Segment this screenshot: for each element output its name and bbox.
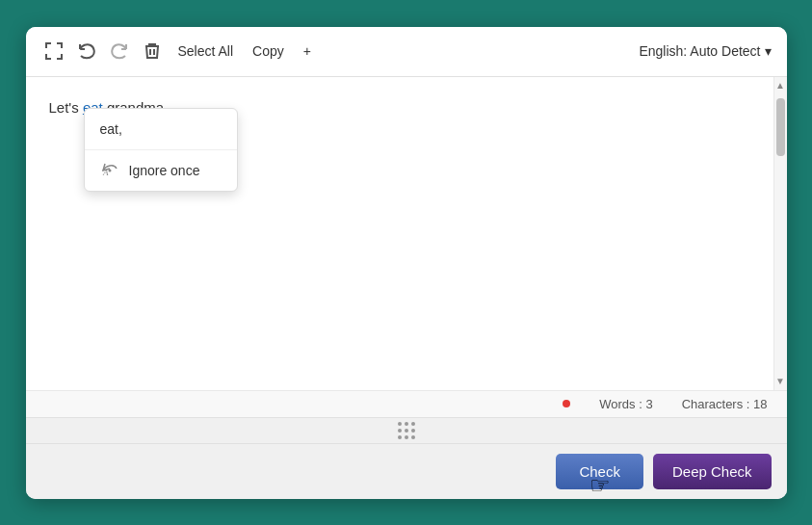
ignore-once-item[interactable]: A Ignore once: [85, 150, 237, 191]
deep-check-button[interactable]: Deep Check: [653, 454, 772, 489]
resize-handle[interactable]: [26, 417, 787, 443]
trash-icon[interactable]: [140, 39, 165, 64]
characters-count: Characters : 18: [682, 397, 768, 411]
scroll-down-arrow[interactable]: ▼: [774, 373, 787, 390]
ignore-once-label: Ignore once: [129, 160, 200, 181]
resize-dots: [398, 422, 415, 439]
status-right: Words : 3 Characters : 18: [599, 397, 767, 411]
check-button[interactable]: Check: [556, 454, 643, 489]
language-selector[interactable]: English: Auto Detect ▾: [639, 43, 771, 59]
redo-icon[interactable]: [107, 39, 132, 64]
editor-area: Let's eat grandma. eat, A Ignore once: [26, 77, 787, 390]
footer: Check ☞ Deep Check: [26, 443, 787, 499]
scroll-track: [774, 94, 787, 373]
fullscreen-icon[interactable]: [41, 39, 66, 64]
context-menu: eat, A Ignore once: [84, 108, 238, 193]
check-button-wrapper: Check ☞: [556, 454, 643, 489]
scroll-up-arrow[interactable]: ▲: [774, 77, 787, 94]
main-window: Select All Copy + English: Auto Detect ▾…: [26, 27, 787, 499]
undo-icon[interactable]: [74, 39, 99, 64]
suggestion-item[interactable]: eat,: [85, 109, 237, 149]
text-before: Let's: [49, 99, 83, 116]
add-button[interactable]: +: [298, 39, 317, 63]
words-count: Words : 3: [599, 397, 652, 411]
copy-button[interactable]: Copy: [247, 39, 290, 63]
chevron-down-icon: ▾: [765, 43, 772, 59]
language-label: English: Auto Detect: [639, 43, 760, 59]
red-dot-indicator: [563, 400, 570, 407]
editor-content[interactable]: Let's eat grandma. eat, A Ignore once: [26, 77, 773, 390]
status-bar: Words : 3 Characters : 18: [26, 390, 787, 417]
select-all-button[interactable]: Select All: [172, 39, 240, 63]
ignore-icon: A: [100, 161, 119, 180]
scrollbar[interactable]: ▲ ▼: [773, 77, 787, 390]
svg-text:A: A: [102, 168, 109, 177]
scroll-thumb[interactable]: [776, 98, 785, 156]
toolbar: Select All Copy + English: Auto Detect ▾: [26, 27, 787, 77]
